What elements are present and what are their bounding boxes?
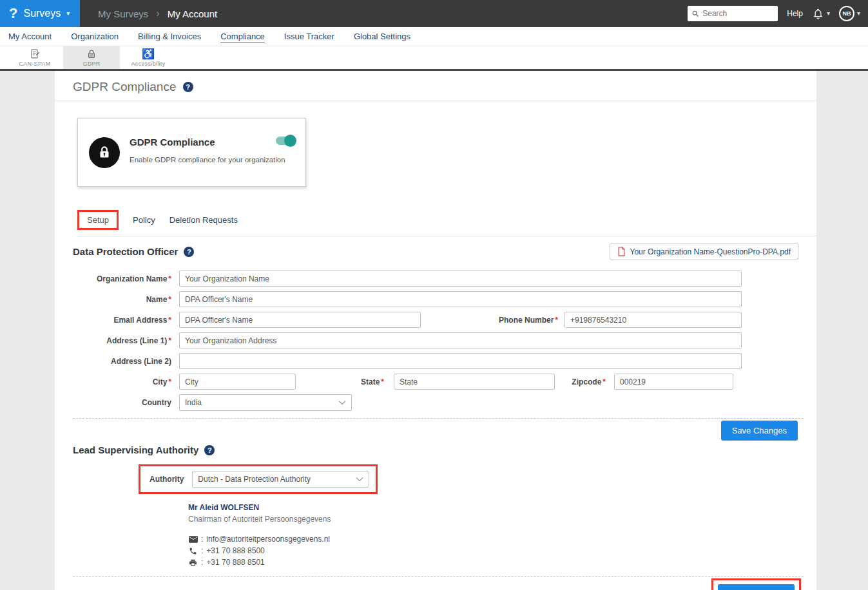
authority-email: info@autoriteitpersoonsgegevens.nl bbox=[206, 535, 330, 544]
field-label: Name bbox=[146, 295, 168, 304]
email-address-input[interactable] bbox=[179, 312, 421, 328]
top-bar: ? Surveys ▾ My Surveys › My Account Help… bbox=[0, 0, 868, 27]
avatar: NB bbox=[839, 6, 854, 21]
help-icon[interactable]: ? bbox=[204, 445, 215, 455]
country-select[interactable]: India bbox=[179, 394, 352, 411]
lock-icon bbox=[96, 144, 113, 161]
padlock-icon bbox=[86, 49, 97, 59]
breadcrumb-my-surveys[interactable]: My Surveys bbox=[98, 8, 148, 19]
required-marker: * bbox=[603, 377, 606, 386]
chevron-down-icon: ▾ bbox=[857, 10, 860, 17]
authority-email-line: : info@autoriteitpersoonsgegevens.nl bbox=[188, 535, 816, 544]
separator: : bbox=[201, 558, 203, 567]
required-marker: * bbox=[555, 316, 558, 325]
authority-contact-card: Mr Aleid WOLFSEN Chairman of Autoriteit … bbox=[188, 503, 816, 567]
organization-name-input[interactable] bbox=[179, 271, 742, 287]
account-nav: My Account Organization Billing & Invoic… bbox=[0, 27, 868, 46]
required-marker: * bbox=[168, 295, 171, 304]
product-switcher[interactable]: ? Surveys ▾ bbox=[0, 0, 80, 27]
subtab-label: GDPR bbox=[82, 61, 100, 67]
card-title: GDPR Compliance bbox=[130, 137, 215, 148]
nav-issue-tracker[interactable]: Issue Tracker bbox=[284, 32, 334, 41]
address-line1-input[interactable] bbox=[179, 332, 742, 348]
envelope-icon bbox=[188, 536, 198, 543]
field-label: Zipcode bbox=[572, 377, 601, 386]
subtab-label: Accessibility bbox=[131, 61, 166, 67]
subtab-gdpr[interactable]: GDPR bbox=[63, 46, 120, 69]
breadcrumb: My Surveys › My Account bbox=[98, 8, 217, 19]
save-changes-button-dpo[interactable]: Save Changes bbox=[721, 421, 798, 441]
city-input[interactable] bbox=[179, 374, 296, 390]
subtab-accessibility[interactable]: ♿ Accessibility bbox=[120, 46, 177, 69]
notifications-button[interactable]: ▾ bbox=[812, 8, 830, 20]
dpa-pdf-download-button[interactable]: Your Organization Name-QuestionPro-DPA.p… bbox=[610, 243, 798, 260]
dpa-name-input[interactable] bbox=[179, 291, 742, 307]
nav-global-settings[interactable]: Global Settings bbox=[354, 32, 410, 41]
dpo-heading: Data Protection Officer bbox=[73, 246, 178, 257]
gdpr-toggle[interactable] bbox=[276, 137, 295, 145]
required-marker: * bbox=[381, 377, 384, 386]
fax-icon bbox=[188, 558, 198, 567]
memo-pencil-icon bbox=[30, 48, 41, 59]
authority-fax-line: : +31 70 888 8501 bbox=[188, 558, 816, 567]
lock-badge bbox=[89, 137, 120, 168]
nav-billing-invoices[interactable]: Billing & Invoices bbox=[138, 32, 201, 41]
divider bbox=[73, 576, 804, 577]
breadcrumb-my-account: My Account bbox=[168, 8, 218, 19]
nav-organization[interactable]: Organization bbox=[71, 32, 119, 41]
accessibility-icon: ♿ bbox=[142, 49, 155, 59]
required-marker: * bbox=[168, 274, 171, 283]
toggle-knob bbox=[284, 135, 296, 147]
help-link[interactable]: Help bbox=[787, 9, 803, 18]
required-marker: * bbox=[168, 377, 171, 386]
nav-my-account[interactable]: My Account bbox=[8, 32, 52, 41]
lsa-heading: Lead Supervising Authority bbox=[73, 444, 198, 455]
field-label: Phone Number bbox=[499, 316, 554, 325]
pdf-file-icon bbox=[617, 247, 626, 256]
search-icon bbox=[691, 10, 700, 18]
search-input[interactable] bbox=[702, 9, 774, 18]
account-menu[interactable]: NB ▾ bbox=[839, 6, 860, 21]
divider bbox=[73, 418, 804, 419]
state-input[interactable] bbox=[394, 374, 555, 390]
country-value: India bbox=[185, 398, 338, 407]
phone-number-input[interactable] bbox=[564, 312, 742, 328]
field-label: City bbox=[153, 377, 168, 386]
pdf-button-label: Your Organization Name-QuestionPro-DPA.p… bbox=[630, 247, 791, 256]
chevron-down-icon: ▾ bbox=[827, 10, 830, 17]
subtab-label: CAN-SPAM bbox=[19, 61, 50, 67]
bell-icon bbox=[812, 8, 824, 20]
field-label: Address (Line 1) bbox=[106, 336, 167, 345]
page-title: GDPR Compliance bbox=[73, 80, 177, 94]
annotation-box-setup: Setup bbox=[77, 210, 119, 230]
annotation-box-authority: Authority Dutch - Data Protection Author… bbox=[139, 464, 378, 494]
phone-icon bbox=[188, 547, 198, 555]
authority-fax: +31 70 888 8501 bbox=[206, 558, 264, 567]
required-marker: * bbox=[168, 336, 171, 345]
nav-compliance[interactable]: Compliance bbox=[220, 32, 265, 41]
tab-policy[interactable]: Policy bbox=[133, 215, 155, 225]
authority-contact-name: Mr Aleid WOLFSEN bbox=[188, 503, 816, 512]
subtab-can-spam[interactable]: CAN-SPAM bbox=[6, 46, 63, 69]
tab-deletion-requests[interactable]: Deletion Requests bbox=[169, 215, 238, 225]
authority-phone: +31 70 888 8500 bbox=[206, 546, 264, 555]
annotation-box-save: Save Changes bbox=[711, 578, 801, 590]
chevron-down-icon: ▾ bbox=[66, 10, 70, 17]
help-icon[interactable]: ? bbox=[183, 82, 193, 92]
search-box[interactable] bbox=[688, 6, 778, 21]
questionpro-logo-icon: ? bbox=[9, 6, 17, 21]
gdpr-toggle-card: GDPR Compliance Enable GDPR compliance f… bbox=[77, 118, 306, 187]
zipcode-input[interactable] bbox=[614, 374, 733, 390]
gdpr-tabs: Setup Policy Deletion Requests bbox=[77, 210, 816, 236]
separator: : bbox=[201, 535, 203, 544]
chevron-down-icon bbox=[356, 477, 363, 482]
authority-contact-title: Chairman of Autoriteit Persoonsgegevens bbox=[188, 515, 816, 524]
save-changes-button-lsa[interactable]: Save Changes bbox=[718, 584, 795, 590]
field-label: Email Address bbox=[113, 316, 167, 325]
field-label: Organization Name bbox=[97, 274, 167, 283]
required-marker: * bbox=[168, 316, 171, 325]
tab-setup[interactable]: Setup bbox=[79, 212, 117, 228]
help-icon[interactable]: ? bbox=[184, 247, 194, 257]
address-line2-input[interactable] bbox=[179, 353, 742, 369]
authority-select[interactable]: Dutch - Data Protection Authority bbox=[192, 471, 369, 488]
